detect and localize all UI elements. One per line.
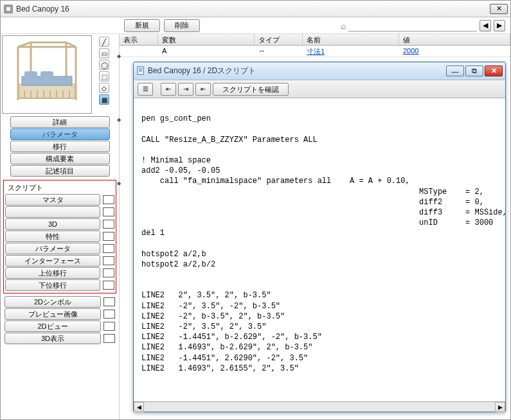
check-script-button[interactable]: スクリプトを確認 <box>213 83 289 96</box>
cell-type-icon: ↔ <box>255 46 303 57</box>
tool-rect-icon[interactable]: ▭ <box>99 48 109 58</box>
tb-list-icon[interactable]: ☰ <box>138 83 153 96</box>
doc-icon <box>136 66 145 76</box>
tb-outdent-icon[interactable]: ⇤ <box>161 83 176 96</box>
script-upmig[interactable]: 上位移行 <box>5 267 100 279</box>
maximize-icon: ⧉ <box>472 67 477 75</box>
script-master[interactable]: マスタ <box>5 194 100 206</box>
script-close-button[interactable]: ✕ <box>485 66 503 76</box>
svg-rect-13 <box>40 71 53 78</box>
close-icon: ✕ <box>491 67 497 75</box>
script-param[interactable]: パラメータ <box>5 243 100 254</box>
app-icon <box>3 4 13 14</box>
extra-3dview[interactable]: 3D表示 <box>4 333 101 344</box>
search-icon: ⌕ <box>341 21 346 31</box>
horizontal-scrollbar[interactable]: ◀ ▶ <box>134 401 505 412</box>
nav-components[interactable]: 構成要素 <box>10 153 110 164</box>
tool-diamond-icon[interactable]: ◇ <box>99 83 109 93</box>
col-variable: 変数 <box>158 34 255 45</box>
extra-2dsymbol[interactable]: 2Dシンボル <box>4 296 101 308</box>
search-input[interactable] <box>348 20 477 31</box>
script-editor-window: Bed Canopy 16 / 2Dスクリプト — ⧉ ✕ ☰ ⇤ ⇥ ⇤ スク… <box>133 62 506 412</box>
new-button[interactable]: 新規 <box>124 19 160 32</box>
close-button[interactable]: ✕ <box>490 4 508 14</box>
script-window-title: Bed Canopy 16 / 2Dスクリプト <box>145 66 446 76</box>
nav-detail[interactable]: 詳細 <box>10 116 110 128</box>
slot-3dview[interactable] <box>103 334 115 343</box>
maximize-button[interactable]: ⧉ <box>465 66 483 76</box>
code-editor[interactable]: pen gs_cont_pen CALL "Resize_A_B_ZZYZX" … <box>134 98 505 401</box>
minimize-icon: — <box>452 67 459 75</box>
script-group: スクリプト マスタ 3D 特性 パラメータ インターフェース 上位移行 下位移行 <box>3 180 116 293</box>
slot-downmig[interactable] <box>103 281 114 290</box>
tb-indent-right-icon[interactable]: ⇥ <box>178 83 193 96</box>
cell-name[interactable]: 寸法1 <box>303 46 399 57</box>
col-value: 値 <box>399 34 510 45</box>
delete-button[interactable]: 削除 <box>164 19 200 32</box>
slot-3d[interactable] <box>103 220 114 229</box>
scroll-right-icon[interactable]: ▶ <box>495 402 505 412</box>
svg-rect-12 <box>24 71 37 78</box>
cell-variable: A <box>158 46 255 57</box>
script-2d[interactable] <box>5 206 100 218</box>
slot-iface[interactable] <box>103 256 114 265</box>
preview-image <box>2 35 92 114</box>
slot-2d[interactable] <box>103 207 114 216</box>
param-header: 表示 変数 タイプ 名前 値 <box>120 34 510 46</box>
script-group-label: スクリプト <box>5 182 114 194</box>
scroll-left-icon[interactable]: ◀ <box>134 402 144 412</box>
tool-line-icon[interactable]: ╱ <box>99 37 109 47</box>
splitter-handle[interactable]: ◆◆◆ <box>117 53 121 186</box>
tb-indent-left-icon[interactable]: ⇤ <box>195 83 211 96</box>
script-downmig[interactable]: 下位移行 <box>5 279 100 291</box>
svg-rect-23 <box>138 67 143 74</box>
slot-props[interactable] <box>103 232 114 241</box>
script-3d[interactable]: 3D <box>5 218 100 230</box>
svg-rect-11 <box>22 76 72 85</box>
col-type: タイプ <box>255 34 303 45</box>
extra-preview[interactable]: プレビュー画像 <box>4 308 101 320</box>
svg-rect-10 <box>19 84 75 98</box>
nav-migrate[interactable]: 移行 <box>10 141 110 152</box>
col-name: 名前 <box>303 34 399 45</box>
cell-display <box>120 46 158 57</box>
tool-grid-icon[interactable]: ▦ <box>99 94 109 105</box>
tool-circle-icon[interactable]: ◯ <box>99 60 109 70</box>
slot-master[interactable] <box>103 195 114 204</box>
chevron-left-icon: ◀ <box>483 21 488 30</box>
nav-descitems[interactable]: 記述項目 <box>10 165 110 177</box>
script-iface[interactable]: インターフェース <box>5 255 100 267</box>
slot-param[interactable] <box>103 244 114 253</box>
chevron-right-icon: ▶ <box>497 21 502 30</box>
tool-cube-icon[interactable]: ⬚ <box>99 71 109 82</box>
nav-parameter[interactable]: パラメータ <box>10 128 110 140</box>
prev-button[interactable]: ◀ <box>480 20 491 31</box>
slot-2dsymbol[interactable] <box>103 297 115 306</box>
extra-2dview[interactable]: 2Dビュー <box>4 320 101 332</box>
slot-preview[interactable] <box>103 310 115 319</box>
col-display: 表示 <box>120 34 158 45</box>
window-title: Bed Canopy 16 <box>16 4 489 13</box>
slot-2dview[interactable] <box>103 322 115 331</box>
minimize-button[interactable]: — <box>446 66 464 76</box>
cell-value[interactable]: 2000 <box>399 46 510 57</box>
param-row[interactable]: A ↔ 寸法1 2000 <box>120 46 510 57</box>
script-props[interactable]: 特性 <box>5 231 100 242</box>
svg-rect-1 <box>6 6 11 12</box>
next-button[interactable]: ▶ <box>494 20 505 31</box>
close-icon: ✕ <box>496 4 502 13</box>
slot-upmig[interactable] <box>103 268 114 277</box>
